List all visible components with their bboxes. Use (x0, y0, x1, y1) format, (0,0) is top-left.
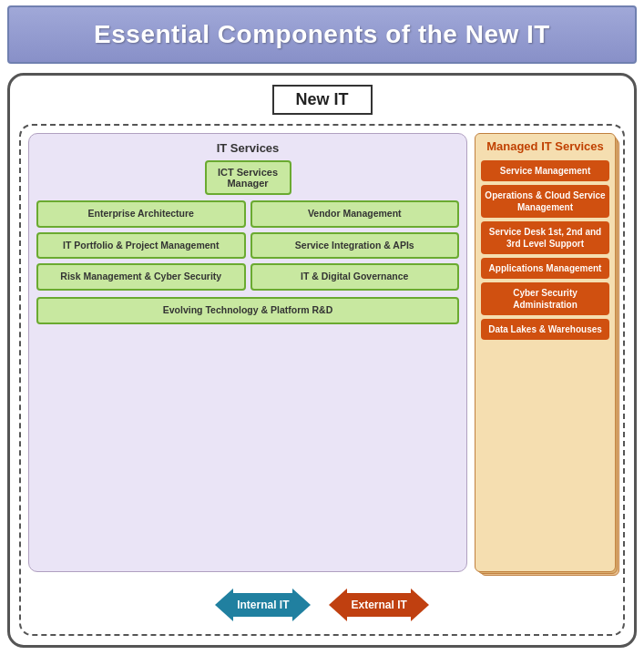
diagram-area: New IT IT Services ICT Services Manager … (7, 73, 637, 648)
services-grid: Enterprise Architecture Vendor Managemen… (36, 200, 459, 324)
managed-box-ops-cloud: Operations & Cloud Service Management (481, 185, 609, 218)
ict-manager-box: ICT Services Manager (205, 160, 291, 195)
arrow-right-chevron-internal (292, 588, 311, 621)
managed-box-data-lakes: Data Lakes & Warehouses (481, 319, 609, 340)
page-title: Essential Components of the New IT (18, 20, 626, 49)
external-it-arrow-body: External IT (347, 593, 410, 617)
new-it-label: New IT (272, 85, 373, 115)
header-banner: Essential Components of the New IT (7, 5, 637, 64)
managed-box-service-mgmt: Service Management (481, 160, 609, 181)
service-box-enterprise-arch: Enterprise Architecture (36, 200, 246, 228)
arrow-left-chevron-external (329, 588, 347, 621)
managed-services-panel: Managed IT Services Service Management O… (475, 133, 616, 572)
content-row: IT Services ICT Services Manager Enterpr… (28, 133, 616, 572)
it-services-panel: IT Services ICT Services Manager Enterpr… (28, 133, 467, 572)
arrows-row: Internal IT External IT (28, 579, 616, 627)
external-it-label: External IT (351, 599, 406, 611)
managed-box-cyber-sec: Cyber Security Administration (481, 282, 609, 315)
service-box-it-governance: IT & Digital Governance (250, 263, 460, 291)
arrow-left-chevron-internal (215, 588, 233, 621)
service-box-portfolio: IT Portfolio & Project Management (36, 232, 246, 260)
managed-box-service-desk: Service Desk 1st, 2nd and 3rd Level Supp… (481, 221, 609, 254)
arrow-right-chevron-external (411, 588, 429, 621)
service-box-risk-mgmt: Risk Management & Cyber Security (36, 263, 246, 291)
service-box-evolving-tech: Evolving Technology & Platform R&D (36, 297, 459, 324)
service-box-service-integration: Service Integration & APIs (250, 232, 460, 260)
managed-box-apps-mgmt: Applications Management (481, 258, 609, 279)
managed-services-label: Managed IT Services (481, 139, 609, 155)
internal-it-label: Internal IT (237, 599, 289, 611)
internal-it-arrow: Internal IT (215, 588, 311, 621)
managed-card-stack: Managed IT Services Service Management O… (475, 133, 616, 572)
external-it-arrow: External IT (329, 588, 428, 621)
service-box-vendor-mgmt: Vendor Management (250, 200, 460, 228)
page-wrapper: Essential Components of the New IT New I… (0, 0, 644, 655)
it-services-label: IT Services (36, 141, 459, 155)
managed-main-card: Managed IT Services Service Management O… (475, 133, 616, 572)
dashed-container: IT Services ICT Services Manager Enterpr… (19, 124, 625, 636)
internal-it-arrow-body: Internal IT (233, 593, 292, 617)
